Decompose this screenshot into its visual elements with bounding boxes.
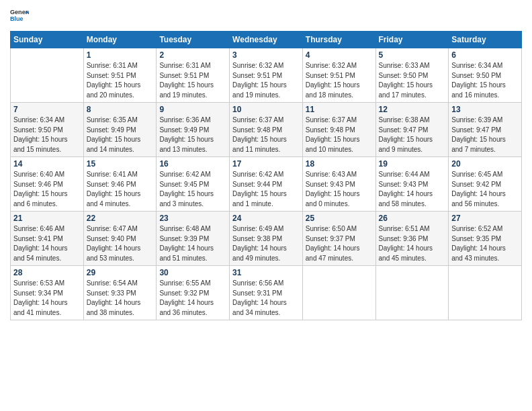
day-number: 28 (13, 268, 81, 277)
day-number: 16 (159, 159, 226, 169)
day-info: Sunrise: 6:32 AM Sunset: 9:51 PM Dayligh… (232, 61, 300, 100)
day-number: 21 (13, 214, 81, 223)
calendar-cell: 15Sunrise: 6:41 AM Sunset: 9:46 PM Dayli… (83, 157, 157, 212)
day-info: Sunrise: 6:37 AM Sunset: 9:48 PM Dayligh… (232, 116, 300, 154)
day-number: 20 (451, 159, 519, 169)
day-info: Sunrise: 6:43 AM Sunset: 9:43 PM Dayligh… (306, 170, 373, 209)
day-number: 30 (159, 268, 226, 277)
day-number: 15 (87, 159, 154, 169)
day-info: Sunrise: 6:52 AM Sunset: 9:35 PM Dayligh… (451, 224, 519, 263)
calendar-cell (449, 266, 522, 320)
calendar-header-tuesday: Tuesday (157, 32, 230, 48)
calendar-week-5: 28Sunrise: 6:53 AM Sunset: 9:34 PM Dayli… (11, 266, 522, 320)
day-number: 12 (379, 105, 446, 114)
svg-text:Blue: Blue (10, 15, 24, 22)
calendar-cell: 14Sunrise: 6:40 AM Sunset: 9:46 PM Dayli… (11, 157, 84, 212)
day-number: 27 (451, 214, 519, 223)
calendar-cell: 2Sunrise: 6:31 AM Sunset: 9:51 PM Daylig… (157, 48, 230, 103)
calendar-cell: 13Sunrise: 6:39 AM Sunset: 9:47 PM Dayli… (449, 103, 522, 157)
calendar-cell: 12Sunrise: 6:38 AM Sunset: 9:47 PM Dayli… (375, 103, 449, 157)
day-number: 29 (87, 268, 154, 277)
calendar-header-sunday: Sunday (11, 32, 84, 48)
calendar-header-monday: Monday (83, 32, 157, 48)
calendar-cell: 18Sunrise: 6:43 AM Sunset: 9:43 PM Dayli… (302, 157, 375, 212)
calendar-cell: 11Sunrise: 6:37 AM Sunset: 9:48 PM Dayli… (302, 103, 375, 157)
day-number: 8 (87, 105, 154, 114)
day-info: Sunrise: 6:34 AM Sunset: 9:50 PM Dayligh… (13, 116, 81, 154)
day-number: 11 (306, 105, 373, 114)
calendar-cell: 19Sunrise: 6:44 AM Sunset: 9:43 PM Dayli… (375, 157, 449, 212)
logo: General Blue (10, 7, 29, 26)
calendar-cell: 8Sunrise: 6:35 AM Sunset: 9:49 PM Daylig… (83, 103, 157, 157)
day-number: 18 (306, 159, 373, 169)
calendar-cell: 7Sunrise: 6:34 AM Sunset: 9:50 PM Daylig… (11, 103, 84, 157)
calendar-cell: 9Sunrise: 6:36 AM Sunset: 9:49 PM Daylig… (157, 103, 230, 157)
day-number: 24 (232, 214, 300, 223)
calendar-cell: 3Sunrise: 6:32 AM Sunset: 9:51 PM Daylig… (230, 48, 303, 103)
calendar-cell: 5Sunrise: 6:33 AM Sunset: 9:50 PM Daylig… (375, 48, 449, 103)
calendar-cell: 29Sunrise: 6:54 AM Sunset: 9:33 PM Dayli… (83, 266, 157, 320)
day-number: 6 (451, 50, 519, 60)
day-info: Sunrise: 6:36 AM Sunset: 9:49 PM Dayligh… (159, 116, 226, 154)
calendar-cell: 30Sunrise: 6:55 AM Sunset: 9:32 PM Dayli… (157, 266, 230, 320)
day-info: Sunrise: 6:33 AM Sunset: 9:50 PM Dayligh… (379, 61, 446, 100)
calendar-header-wednesday: Wednesday (230, 32, 303, 48)
day-number: 23 (159, 214, 226, 223)
calendar-week-4: 21Sunrise: 6:46 AM Sunset: 9:41 PM Dayli… (11, 212, 522, 266)
calendar-cell: 17Sunrise: 6:42 AM Sunset: 9:44 PM Dayli… (230, 157, 303, 212)
day-number: 4 (306, 50, 373, 60)
calendar-cell: 25Sunrise: 6:50 AM Sunset: 9:37 PM Dayli… (302, 212, 375, 266)
day-number: 2 (159, 50, 226, 60)
calendar-cell: 24Sunrise: 6:49 AM Sunset: 9:38 PM Dayli… (230, 212, 303, 266)
calendar-cell: 16Sunrise: 6:42 AM Sunset: 9:45 PM Dayli… (157, 157, 230, 212)
calendar-cell: 27Sunrise: 6:52 AM Sunset: 9:35 PM Dayli… (449, 212, 522, 266)
day-number: 14 (13, 159, 81, 169)
day-info: Sunrise: 6:38 AM Sunset: 9:47 PM Dayligh… (379, 116, 446, 154)
day-info: Sunrise: 6:34 AM Sunset: 9:50 PM Dayligh… (451, 61, 519, 100)
day-number: 1 (87, 50, 154, 60)
day-info: Sunrise: 6:31 AM Sunset: 9:51 PM Dayligh… (159, 61, 226, 100)
general-blue-icon: General Blue (10, 7, 29, 26)
day-info: Sunrise: 6:56 AM Sunset: 9:31 PM Dayligh… (232, 279, 300, 318)
calendar-cell: 28Sunrise: 6:53 AM Sunset: 9:34 PM Dayli… (11, 266, 84, 320)
day-info: Sunrise: 6:47 AM Sunset: 9:40 PM Dayligh… (87, 224, 154, 263)
day-info: Sunrise: 6:39 AM Sunset: 9:47 PM Dayligh… (451, 116, 519, 154)
day-info: Sunrise: 6:44 AM Sunset: 9:43 PM Dayligh… (379, 170, 446, 209)
calendar-week-3: 14Sunrise: 6:40 AM Sunset: 9:46 PM Dayli… (11, 157, 522, 212)
day-info: Sunrise: 6:55 AM Sunset: 9:32 PM Dayligh… (159, 279, 226, 318)
day-info: Sunrise: 6:48 AM Sunset: 9:39 PM Dayligh… (159, 224, 226, 263)
day-info: Sunrise: 6:42 AM Sunset: 9:45 PM Dayligh… (159, 170, 226, 209)
calendar-cell (11, 48, 84, 103)
calendar-header-friday: Friday (375, 32, 449, 48)
day-info: Sunrise: 6:31 AM Sunset: 9:51 PM Dayligh… (87, 61, 154, 100)
calendar-table: SundayMondayTuesdayWednesdayThursdayFrid… (10, 31, 522, 320)
day-info: Sunrise: 6:54 AM Sunset: 9:33 PM Dayligh… (87, 279, 154, 318)
page-header: General Blue (10, 7, 522, 26)
day-info: Sunrise: 6:46 AM Sunset: 9:41 PM Dayligh… (13, 224, 81, 263)
day-info: Sunrise: 6:42 AM Sunset: 9:44 PM Dayligh… (232, 170, 300, 209)
day-number: 10 (232, 105, 300, 114)
day-info: Sunrise: 6:51 AM Sunset: 9:36 PM Dayligh… (379, 224, 446, 263)
day-number: 17 (232, 159, 300, 169)
calendar-cell: 26Sunrise: 6:51 AM Sunset: 9:36 PM Dayli… (375, 212, 449, 266)
day-info: Sunrise: 6:35 AM Sunset: 9:49 PM Dayligh… (87, 116, 154, 154)
calendar-cell (375, 266, 449, 320)
calendar-cell: 23Sunrise: 6:48 AM Sunset: 9:39 PM Dayli… (157, 212, 230, 266)
calendar-week-1: 1Sunrise: 6:31 AM Sunset: 9:51 PM Daylig… (11, 48, 522, 103)
day-number: 31 (232, 268, 300, 277)
calendar-cell: 31Sunrise: 6:56 AM Sunset: 9:31 PM Dayli… (230, 266, 303, 320)
day-number: 5 (379, 50, 446, 60)
day-number: 22 (87, 214, 154, 223)
calendar-cell: 21Sunrise: 6:46 AM Sunset: 9:41 PM Dayli… (11, 212, 84, 266)
day-info: Sunrise: 6:53 AM Sunset: 9:34 PM Dayligh… (13, 279, 81, 318)
day-info: Sunrise: 6:50 AM Sunset: 9:37 PM Dayligh… (306, 224, 373, 263)
calendar-cell: 10Sunrise: 6:37 AM Sunset: 9:48 PM Dayli… (230, 103, 303, 157)
calendar-cell: 22Sunrise: 6:47 AM Sunset: 9:40 PM Dayli… (83, 212, 157, 266)
calendar-cell: 20Sunrise: 6:45 AM Sunset: 9:42 PM Dayli… (449, 157, 522, 212)
day-number: 19 (379, 159, 446, 169)
calendar-cell: 4Sunrise: 6:32 AM Sunset: 9:51 PM Daylig… (302, 48, 375, 103)
day-number: 26 (379, 214, 446, 223)
day-number: 7 (13, 105, 81, 114)
day-number: 3 (232, 50, 300, 60)
day-number: 9 (159, 105, 226, 114)
